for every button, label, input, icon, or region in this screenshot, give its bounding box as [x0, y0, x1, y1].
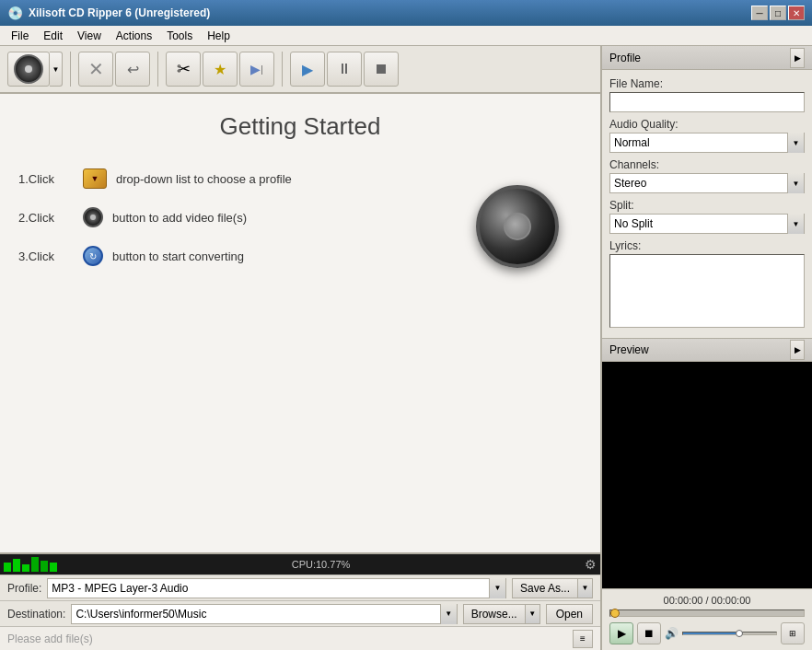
- settings-icon[interactable]: ⚙: [585, 557, 597, 572]
- restore-button[interactable]: ↩: [115, 52, 150, 87]
- destination-input-wrapper[interactable]: C:\Users\informer50\Music ▼: [71, 604, 457, 624]
- play-toolbar-button[interactable]: ▶: [290, 52, 325, 87]
- audio-bar-3: [22, 564, 29, 572]
- file-name-label: File Name:: [609, 77, 805, 90]
- menu-view[interactable]: View: [70, 28, 109, 44]
- split-select-wrapper[interactable]: No Split ▼: [609, 214, 805, 234]
- file-name-field-group: File Name:: [609, 77, 805, 112]
- volume-thumb: [736, 630, 743, 637]
- file-name-input[interactable]: [609, 92, 805, 112]
- audio-bar-2: [13, 559, 20, 572]
- lyrics-field-group: Lyrics:: [609, 239, 805, 331]
- step-2-icon: [83, 207, 103, 227]
- close-button[interactable]: ✕: [788, 6, 805, 20]
- lyrics-textarea[interactable]: [609, 254, 805, 328]
- speaker-inner: [504, 213, 531, 240]
- channels-arrow[interactable]: ▼: [787, 173, 804, 193]
- speaker-circle: [476, 185, 559, 268]
- channels-select-wrapper[interactable]: Stereo ▼: [609, 173, 805, 193]
- pause-toolbar-button[interactable]: ⏸: [327, 52, 362, 87]
- rip-toolbar-group: ▼: [7, 52, 71, 87]
- menu-file[interactable]: File: [4, 28, 36, 44]
- destination-dropdown-arrow[interactable]: ▼: [440, 604, 457, 624]
- browse-dropdown-arrow[interactable]: ▼: [526, 604, 540, 624]
- audio-bar-5: [41, 561, 48, 572]
- profile-label: Profile:: [7, 582, 41, 595]
- step-1-icon: ▼: [83, 168, 107, 189]
- delete-restore-group: ✕ ↩: [78, 52, 158, 87]
- split-arrow[interactable]: ▼: [787, 214, 804, 234]
- profile-expand-button[interactable]: ▶: [790, 48, 805, 68]
- cut-button[interactable]: ✂: [166, 52, 201, 87]
- play-button[interactable]: ▶: [609, 622, 633, 644]
- destination-path: C:\Users\informer50\Music: [72, 608, 439, 621]
- destination-bar: Destination: C:\Users\informer50\Music ▼…: [0, 600, 600, 626]
- progress-bar[interactable]: [609, 609, 805, 617]
- channels-field-group: Channels: Stereo ▼: [609, 158, 805, 193]
- log-button[interactable]: ≡: [573, 630, 593, 648]
- preview-expand-button[interactable]: ▶: [790, 340, 805, 360]
- audio-quality-label: Audio Quality:: [609, 118, 805, 131]
- audio-quality-arrow[interactable]: ▼: [787, 133, 804, 153]
- destination-label: Destination:: [7, 608, 65, 621]
- menu-edit[interactable]: Edit: [36, 28, 70, 44]
- step-3-label: 3.Click: [18, 250, 74, 263]
- audio-bars: [4, 557, 57, 572]
- title-bar-icons: ─ □ ✕: [751, 6, 805, 20]
- aspect-ratio-button[interactable]: ⊞: [781, 622, 805, 644]
- split-label: Split:: [609, 199, 805, 212]
- add-files-bar: Please add file(s) ≡: [0, 626, 600, 650]
- rip-cd-icon: [14, 54, 43, 84]
- split-button[interactable]: ▶|: [239, 52, 274, 87]
- cpu-label: CPU:10.77%: [292, 559, 351, 570]
- open-button[interactable]: Open: [546, 604, 593, 624]
- time-display: 00:00:00 / 00:00:00: [609, 595, 805, 606]
- audio-bar-1: [4, 563, 11, 572]
- save-as-button[interactable]: Save As...: [512, 578, 578, 598]
- maximize-button[interactable]: □: [770, 6, 786, 20]
- split-field-group: Split: No Split ▼: [609, 199, 805, 234]
- volume-icon: 🔊: [665, 627, 679, 640]
- step-3-icon: ↻: [83, 246, 103, 266]
- profile-select-arrow[interactable]: ▼: [489, 578, 505, 598]
- channels-label: Channels:: [609, 158, 805, 171]
- volume-track[interactable]: [682, 632, 777, 635]
- audio-quality-select-wrapper[interactable]: Normal ▼: [609, 133, 805, 153]
- audio-quality-value: Normal: [610, 136, 787, 149]
- menu-bar: File Edit View Actions Tools Help: [0, 26, 812, 46]
- preview-controls: 00:00:00 / 00:00:00 ▶ ⏹ 🔊 ⊞: [602, 588, 812, 650]
- window-title: Xilisoft CD Ripper 6 (Unregistered): [29, 6, 210, 19]
- app-cd-icon: 💿: [7, 6, 23, 20]
- menu-actions[interactable]: Actions: [109, 28, 159, 44]
- steps-area: 1.Click ▼ drop-down list to choose a pro…: [18, 168, 582, 284]
- merge-button[interactable]: ★: [203, 52, 238, 87]
- profile-fields: File Name: Audio Quality: Normal ▼ Chann…: [602, 70, 812, 338]
- save-as-dropdown-arrow[interactable]: ▼: [578, 578, 593, 598]
- toolbar: ▼ ✕ ↩ ✂ ★ ▶| ▶ ⏸ ⏹: [0, 46, 600, 94]
- step-1-description: drop-down list to choose a profile: [116, 172, 292, 186]
- profile-panel-header: Profile ▶: [602, 46, 812, 70]
- delete-button[interactable]: ✕: [78, 52, 113, 87]
- preview-video-area: [602, 362, 812, 588]
- lyrics-label: Lyrics:: [609, 239, 805, 252]
- split-value: No Split: [610, 217, 787, 230]
- channels-value: Stereo: [610, 177, 787, 190]
- audio-bar-6: [50, 563, 57, 572]
- menu-help[interactable]: Help: [200, 28, 238, 44]
- left-panel: ▼ ✕ ↩ ✂ ★ ▶| ▶ ⏸ ⏹: [0, 46, 602, 650]
- playback-controls: ▶ ⏹ 🔊 ⊞: [609, 622, 805, 644]
- browse-button[interactable]: Browse...: [463, 604, 526, 624]
- profile-select-wrapper[interactable]: MP3 - MPEG Layer-3 Audio ▼: [47, 578, 506, 598]
- menu-tools[interactable]: Tools: [159, 28, 200, 44]
- stop-button[interactable]: ⏹: [637, 622, 661, 644]
- minimize-button[interactable]: ─: [751, 6, 768, 20]
- rip-dropdown-arrow[interactable]: ▼: [50, 52, 63, 87]
- speaker-image: [471, 176, 563, 277]
- volume-fill: [683, 633, 739, 634]
- browse-group: Browse... ▼: [463, 604, 540, 624]
- getting-started-area: Getting Started 1.Click ▼ drop-down list…: [0, 94, 600, 552]
- step-2-label: 2.Click: [18, 211, 74, 225]
- status-bar: CPU:10.77% ⚙: [0, 554, 600, 575]
- rip-button[interactable]: [7, 52, 50, 87]
- stop-toolbar-button[interactable]: ⏹: [364, 52, 399, 87]
